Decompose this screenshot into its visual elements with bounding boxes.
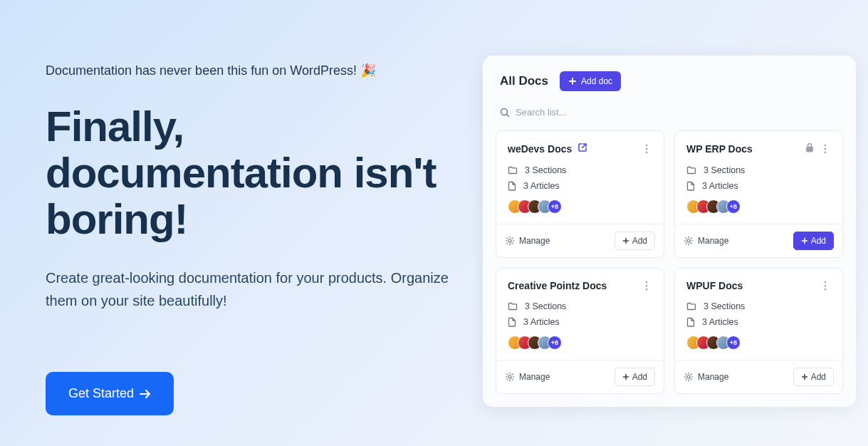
card-menu-button[interactable] (820, 143, 831, 155)
manage-button[interactable]: Manage (684, 236, 728, 246)
manage-label: Manage (519, 236, 550, 246)
document-icon (508, 181, 516, 191)
avatar-stack: +8 (686, 199, 831, 214)
card-menu-button[interactable] (641, 143, 652, 155)
card-add-button[interactable]: Add (615, 368, 655, 386)
manage-button[interactable]: Manage (505, 372, 550, 382)
plus-icon (622, 237, 629, 244)
manage-button[interactable]: Manage (505, 236, 550, 246)
get-started-button[interactable]: Get Started (46, 372, 174, 415)
sections-text: 3 Sections (704, 165, 745, 175)
svg-point-11 (646, 285, 648, 287)
svg-point-13 (508, 375, 511, 378)
folder-icon (508, 302, 518, 311)
sections-text: 3 Sections (704, 301, 745, 311)
gear-icon (505, 372, 515, 382)
card-body: weDevs Docs3 Sections3 Articles+8 (496, 131, 664, 224)
card-add-label: Add (632, 236, 647, 246)
avatar-stack: +8 (686, 336, 831, 350)
doc-card[interactable]: weDevs Docs3 Sections3 Articles+8ManageA… (496, 130, 664, 258)
doc-card[interactable]: WPUF Docs3 Sections3 Articles+8ManageAdd (674, 268, 843, 394)
manage-label: Manage (698, 236, 728, 246)
svg-point-3 (646, 152, 648, 154)
card-add-button[interactable]: Add (793, 232, 834, 250)
lock-icon (805, 142, 814, 155)
svg-point-16 (825, 289, 827, 291)
articles-meta: 3 Articles (508, 181, 652, 191)
card-title: weDevs Docs (508, 143, 572, 155)
card-title-row: Creative Pointz Docs (508, 280, 652, 291)
panel-header: All Docs Add doc (496, 71, 843, 91)
panel-title: All Docs (500, 74, 548, 88)
articles-text: 3 Articles (523, 181, 560, 191)
card-title-row: WPUF Docs (686, 280, 831, 291)
svg-point-6 (825, 145, 827, 147)
external-link-icon[interactable] (577, 142, 587, 155)
doc-card[interactable]: Creative Pointz Docs3 Sections3 Articles… (496, 268, 664, 394)
search-row (496, 104, 843, 130)
avatar-stack: +8 (508, 336, 652, 350)
svg-point-1 (646, 145, 648, 147)
svg-point-17 (687, 375, 690, 378)
card-body: WP ERP Docs3 Sections3 Articles+8 (675, 131, 842, 224)
card-add-label: Add (632, 372, 647, 382)
docs-grid: weDevs Docs3 Sections3 Articles+8ManageA… (496, 130, 843, 394)
card-footer: ManageAdd (675, 224, 842, 257)
svg-point-2 (646, 148, 648, 150)
folder-icon (686, 166, 696, 175)
sections-text: 3 Sections (525, 301, 566, 311)
card-footer: ManageAdd (675, 360, 842, 393)
sections-text: 3 Sections (525, 165, 566, 175)
svg-point-8 (825, 152, 827, 154)
card-menu-button[interactable] (820, 280, 831, 291)
gear-icon (684, 236, 694, 246)
document-icon (686, 317, 695, 327)
card-add-button[interactable]: Add (793, 368, 834, 386)
svg-point-15 (825, 285, 827, 287)
articles-text: 3 Articles (523, 317, 560, 327)
sections-meta: 3 Sections (686, 165, 831, 175)
document-icon (686, 181, 695, 191)
gear-icon (505, 236, 515, 246)
card-title-row: WP ERP Docs (686, 142, 831, 155)
card-title: WP ERP Docs (686, 143, 753, 155)
folder-icon (686, 302, 696, 311)
svg-point-10 (646, 281, 648, 284)
card-add-button[interactable]: Add (615, 232, 655, 250)
arrow-right-icon (140, 389, 151, 399)
search-input[interactable] (516, 107, 839, 118)
card-title: WPUF Docs (686, 280, 743, 291)
card-add-label: Add (811, 372, 826, 382)
hero-headline: Finally, documentation isn't boring! (46, 104, 461, 242)
hero-section: Documentation has never been this fun on… (0, 0, 483, 446)
document-icon (508, 317, 516, 327)
plus-icon (801, 237, 808, 244)
card-menu-button[interactable] (641, 280, 652, 291)
hero-eyebrow: Documentation has never been this fun on… (46, 63, 461, 78)
card-add-label: Add (811, 236, 826, 246)
avatar-overflow[interactable]: +8 (548, 336, 562, 350)
svg-point-12 (646, 289, 648, 291)
preview-area: All Docs Add doc weDevs Docs3 Sections3 … (483, 0, 868, 446)
add-doc-button[interactable]: Add doc (560, 71, 621, 91)
hero-subcopy: Create great-looking documentation for y… (46, 266, 461, 312)
manage-label: Manage (698, 372, 728, 382)
manage-label: Manage (519, 372, 550, 382)
get-started-label: Get Started (68, 386, 134, 401)
card-title-row: weDevs Docs (508, 142, 652, 155)
svg-rect-5 (807, 147, 813, 152)
sections-meta: 3 Sections (686, 301, 831, 311)
svg-point-9 (687, 239, 690, 242)
card-title: Creative Pointz Docs (508, 280, 607, 291)
doc-card[interactable]: WP ERP Docs3 Sections3 Articles+8ManageA… (674, 130, 843, 258)
card-footer: ManageAdd (496, 360, 664, 393)
articles-meta: 3 Articles (686, 317, 831, 327)
articles-meta: 3 Articles (686, 181, 831, 191)
articles-meta: 3 Articles (508, 317, 652, 327)
avatar-overflow[interactable]: +8 (726, 199, 741, 214)
svg-point-14 (825, 281, 827, 284)
card-body: WPUF Docs3 Sections3 Articles+8 (675, 269, 842, 360)
avatar-overflow[interactable]: +8 (548, 199, 562, 214)
avatar-overflow[interactable]: +8 (726, 336, 741, 350)
manage-button[interactable]: Manage (684, 372, 728, 382)
